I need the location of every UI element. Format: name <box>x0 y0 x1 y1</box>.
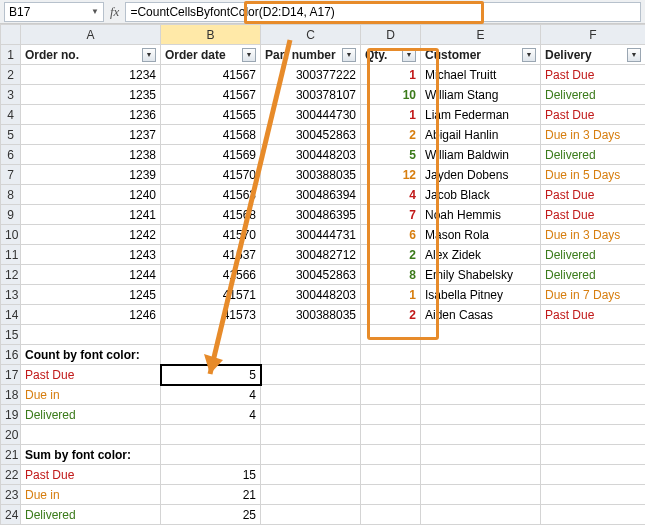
name-box-dropdown-icon[interactable]: ▼ <box>91 7 99 16</box>
cell[interactable] <box>21 425 161 445</box>
cell[interactable] <box>361 425 421 445</box>
cell-delivery[interactable]: Past Due <box>541 105 646 125</box>
selected-cell-B17[interactable]: 5 <box>161 365 261 385</box>
header-qty[interactable]: Qty.▼ <box>361 45 421 65</box>
filter-icon[interactable]: ▼ <box>402 48 416 62</box>
cell[interactable] <box>421 365 541 385</box>
row-header-7[interactable]: 7 <box>1 165 21 185</box>
cell[interactable] <box>261 505 361 525</box>
row-header-3[interactable]: 3 <box>1 85 21 105</box>
cell-order[interactable]: 1244 <box>21 265 161 285</box>
cell[interactable] <box>161 425 261 445</box>
cell-date[interactable]: 41569 <box>161 145 261 165</box>
cell-date[interactable]: 41570 <box>161 225 261 245</box>
cell-customer[interactable]: Michael Truitt <box>421 65 541 85</box>
cell-delivery[interactable]: Delivered <box>541 265 646 285</box>
cell[interactable] <box>361 445 421 465</box>
cell-qty[interactable]: 12 <box>361 165 421 185</box>
cell-part[interactable]: 300486394 <box>261 185 361 205</box>
row-header-17[interactable]: 17 <box>1 365 21 385</box>
fx-icon[interactable]: fx <box>110 4 119 20</box>
cell-part[interactable]: 300448203 <box>261 285 361 305</box>
col-header-B[interactable]: B <box>161 25 261 45</box>
cell[interactable] <box>161 445 261 465</box>
filter-icon[interactable]: ▼ <box>522 48 536 62</box>
cell-qty[interactable]: 2 <box>361 245 421 265</box>
cell-customer[interactable]: Abigail Hanlin <box>421 125 541 145</box>
row-header-20[interactable]: 20 <box>1 425 21 445</box>
header-customer[interactable]: Customer▼ <box>421 45 541 65</box>
count-delivered-value[interactable]: 4 <box>161 405 261 425</box>
select-all-corner[interactable] <box>1 25 21 45</box>
col-header-C[interactable]: C <box>261 25 361 45</box>
cell[interactable] <box>541 385 646 405</box>
cell[interactable] <box>361 465 421 485</box>
cell-order[interactable]: 1246 <box>21 305 161 325</box>
filter-icon[interactable]: ▼ <box>342 48 356 62</box>
row-header-15[interactable]: 15 <box>1 325 21 345</box>
row-header-16[interactable]: 16 <box>1 345 21 365</box>
cell[interactable] <box>361 365 421 385</box>
cell[interactable] <box>421 345 541 365</box>
row-header-5[interactable]: 5 <box>1 125 21 145</box>
col-header-E[interactable]: E <box>421 25 541 45</box>
row-header-4[interactable]: 4 <box>1 105 21 125</box>
row-header-19[interactable]: 19 <box>1 405 21 425</box>
header-order-no[interactable]: Order no.▼ <box>21 45 161 65</box>
cell-part[interactable]: 300448203 <box>261 145 361 165</box>
cell-qty[interactable]: 2 <box>361 125 421 145</box>
cell-date[interactable]: 41568 <box>161 205 261 225</box>
cell[interactable] <box>261 365 361 385</box>
cell-order[interactable]: 1236 <box>21 105 161 125</box>
cell-date[interactable]: 41537 <box>161 245 261 265</box>
row-header-18[interactable]: 18 <box>1 385 21 405</box>
cell[interactable] <box>541 325 646 345</box>
cell-date[interactable]: 41566 <box>161 265 261 285</box>
cell[interactable] <box>261 465 361 485</box>
cell-delivery[interactable]: Past Due <box>541 305 646 325</box>
cell[interactable] <box>261 445 361 465</box>
cell-qty[interactable]: 5 <box>361 145 421 165</box>
cell[interactable] <box>421 485 541 505</box>
cell-delivery[interactable]: Due in 3 Days <box>541 125 646 145</box>
sum-due-in-value[interactable]: 21 <box>161 485 261 505</box>
cell-part[interactable]: 300388035 <box>261 305 361 325</box>
cell-order[interactable]: 1241 <box>21 205 161 225</box>
cell-qty[interactable]: 7 <box>361 205 421 225</box>
row-header-21[interactable]: 21 <box>1 445 21 465</box>
cell-part[interactable]: 300388035 <box>261 165 361 185</box>
cell-order[interactable]: 1238 <box>21 145 161 165</box>
cell-qty[interactable]: 1 <box>361 65 421 85</box>
cell-date[interactable]: 41571 <box>161 285 261 305</box>
cell-delivery[interactable]: Due in 7 Days <box>541 285 646 305</box>
name-box[interactable]: B17 ▼ <box>4 2 104 22</box>
header-part-number[interactable]: Part number▼ <box>261 45 361 65</box>
cell[interactable] <box>361 405 421 425</box>
cell-order[interactable]: 1243 <box>21 245 161 265</box>
col-header-D[interactable]: D <box>361 25 421 45</box>
row-header-9[interactable]: 9 <box>1 205 21 225</box>
cell-part[interactable]: 300444731 <box>261 225 361 245</box>
cell-delivery[interactable]: Past Due <box>541 185 646 205</box>
sum-delivered-label[interactable]: Delivered <box>21 505 161 525</box>
cell[interactable] <box>541 365 646 385</box>
cell-customer[interactable]: Isabella Pitney <box>421 285 541 305</box>
row-header-10[interactable]: 10 <box>1 225 21 245</box>
cell[interactable] <box>541 505 646 525</box>
cell[interactable] <box>421 505 541 525</box>
row-header-8[interactable]: 8 <box>1 185 21 205</box>
row-header-2[interactable]: 2 <box>1 65 21 85</box>
cell-date[interactable]: 41570 <box>161 165 261 185</box>
cell-qty[interactable]: 4 <box>361 185 421 205</box>
row-header-22[interactable]: 22 <box>1 465 21 485</box>
cell-customer[interactable]: Noah Hemmis <box>421 205 541 225</box>
sum-by-color-label[interactable]: Sum by font color: <box>21 445 161 465</box>
cell-customer[interactable]: Aiden Casas <box>421 305 541 325</box>
cell[interactable] <box>421 425 541 445</box>
cell[interactable] <box>261 325 361 345</box>
cell-date[interactable]: 41563 <box>161 185 261 205</box>
cell-date[interactable]: 41565 <box>161 105 261 125</box>
row-header-6[interactable]: 6 <box>1 145 21 165</box>
count-due-in-value[interactable]: 4 <box>161 385 261 405</box>
cell-part[interactable]: 300444730 <box>261 105 361 125</box>
